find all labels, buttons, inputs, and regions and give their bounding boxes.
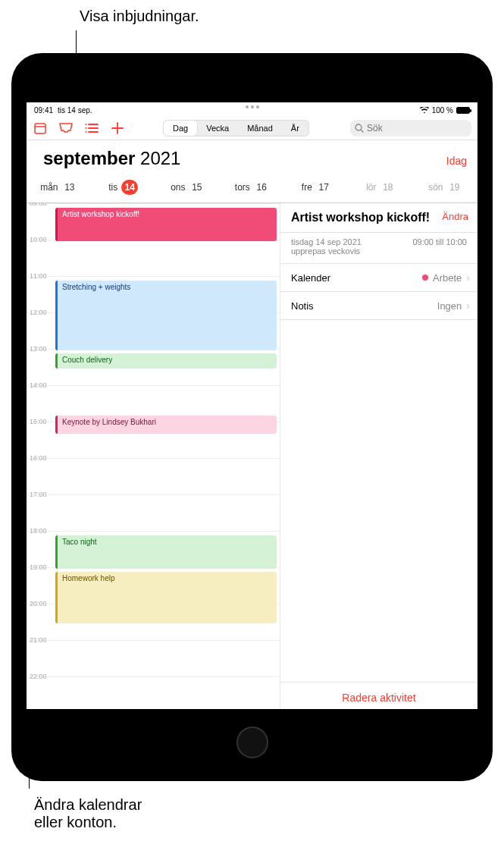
segment-månad[interactable]: Månad <box>238 121 282 136</box>
svg-line-11 <box>361 130 363 132</box>
event-time-range: 09:00 till 10:00 <box>412 237 467 256</box>
callout-change-calendars: Ändra kalendrar eller konton. <box>34 796 142 831</box>
svg-point-7 <box>86 131 87 133</box>
screen: 09:41 tis 14 sep. 100 % <box>27 102 477 709</box>
view-segmented-control[interactable]: DagVeckaMånadÅr <box>163 120 309 137</box>
day-tis-14[interactable]: tis 14 <box>91 180 155 195</box>
calendar-color-dot <box>422 275 428 281</box>
hour-label: 10:00 <box>30 236 47 243</box>
hour-row-1000: 10:00 <box>27 240 280 276</box>
day-number: 16 <box>254 180 269 195</box>
segment-år[interactable]: År <box>282 121 308 136</box>
month-name: september <box>43 148 135 168</box>
day-number: 19 <box>447 180 462 195</box>
ipad-frame: 09:41 tis 14 sep. 100 % <box>11 53 493 781</box>
day-label: fre <box>302 182 315 193</box>
day-number: 18 <box>380 180 396 195</box>
ipad-bezel: 09:41 tis 14 sep. 100 % <box>17 59 487 775</box>
callout-invitations: Visa inbjudningar. <box>80 8 199 25</box>
event-repeat: upprepas veckovis <box>291 246 362 256</box>
hour-grid: 09:0010:0011:0012:0013:0014:0015:0016:00… <box>27 203 280 709</box>
status-date: tis 14 sep. <box>58 106 92 115</box>
hour-row-2200: 22:00 <box>27 676 280 709</box>
segment-vecka[interactable]: Vecka <box>197 121 238 136</box>
day-tors-16[interactable]: tors 16 <box>220 180 284 195</box>
day-label: tors <box>235 182 252 193</box>
calendars-button[interactable] <box>33 121 48 136</box>
alert-label: Notis <box>291 300 314 312</box>
today-button[interactable]: Idag <box>446 155 467 167</box>
segment-dag[interactable]: Dag <box>164 121 197 136</box>
calendar-row[interactable]: Kalender Arbete › <box>280 264 477 292</box>
search-input[interactable] <box>367 123 477 133</box>
list-button[interactable] <box>84 121 99 136</box>
event-block[interactable]: Keynote by Lindsey Bukhari <box>55 416 277 435</box>
alert-row[interactable]: Notis Ingen › <box>280 292 477 320</box>
year: 2021 <box>140 148 180 168</box>
day-timeline[interactable]: 09:0010:0011:0012:0013:0014:0015:0016:00… <box>27 203 280 709</box>
month-title[interactable]: september 2021 <box>43 148 180 169</box>
hour-label: 16:00 <box>30 454 47 462</box>
status-left: 09:41 tis 14 sep. <box>34 106 92 115</box>
app-toolbar: DagVeckaMånadÅr <box>27 116 477 140</box>
calendar-value: Arbete <box>433 272 462 284</box>
wifi-icon <box>420 107 429 114</box>
status-time: 09:41 <box>34 106 53 115</box>
hour-label: 21:00 <box>30 636 47 644</box>
battery-icon <box>456 107 470 114</box>
hour-label: 18:00 <box>30 527 47 535</box>
day-sön-19[interactable]: sön 19 <box>413 180 477 195</box>
day-strip: mån 13tis 14ons 15tors 16fre 17lör 18sön… <box>27 175 477 203</box>
day-label: ons <box>171 182 188 193</box>
battery-percent: 100 % <box>432 106 453 115</box>
hour-label: 12:00 <box>30 309 47 316</box>
hour-label: 17:00 <box>30 491 47 498</box>
hour-row-2100: 21:00 <box>27 640 280 676</box>
event-date: tisdag 14 sep 2021 <box>291 237 362 246</box>
day-label: sön <box>428 182 446 193</box>
callout-line1: Ändra kalendrar <box>34 796 142 813</box>
day-mån-13[interactable]: mån 13 <box>27 180 91 195</box>
event-block[interactable]: Couch delivery <box>55 353 277 369</box>
alert-value: Ingen <box>437 300 462 312</box>
day-lör-18[interactable]: lör 18 <box>349 180 413 195</box>
event-block[interactable]: Stretching + weights <box>55 281 277 350</box>
day-fre-17[interactable]: fre 17 <box>284 180 349 195</box>
chevron-right-icon: › <box>466 300 470 312</box>
search-field[interactable] <box>350 120 471 137</box>
hour-label: 22:00 <box>30 673 47 680</box>
hour-label: 13:00 <box>30 345 47 353</box>
status-bar: 09:41 tis 14 sep. 100 % <box>27 102 477 116</box>
calendar-body: 09:0010:0011:0012:0013:0014:0015:0016:00… <box>27 203 477 709</box>
add-event-button[interactable] <box>110 121 125 136</box>
callout-line2: eller konton. <box>34 814 117 830</box>
hour-row-1600: 16:00 <box>27 458 280 494</box>
calendar-label: Kalender <box>291 272 330 284</box>
home-button[interactable] <box>236 726 268 758</box>
event-block[interactable]: Taco night <box>55 535 277 569</box>
hour-label: 20:00 <box>30 600 47 607</box>
chevron-right-icon: › <box>466 271 470 284</box>
delete-event-button[interactable]: Radera aktivitet <box>280 682 477 709</box>
edit-button[interactable]: Ändra <box>442 211 468 222</box>
day-number: 14 <box>121 180 137 195</box>
hour-row-1700: 17:00 <box>27 494 280 531</box>
inbox-button[interactable] <box>58 121 74 136</box>
day-label: mån <box>40 182 61 193</box>
day-label: tis <box>108 182 120 193</box>
day-number: 15 <box>189 180 205 195</box>
hour-label: 11:00 <box>30 272 47 280</box>
hour-label: 09:00 <box>30 203 47 207</box>
day-number: 13 <box>62 180 77 195</box>
day-ons-15[interactable]: ons 15 <box>155 180 220 195</box>
month-header: september 2021 Idag <box>27 140 477 175</box>
hour-label: 14:00 <box>30 381 47 389</box>
event-detail-panel: Artist workshop kickoff! Ändra tisdag 14… <box>280 203 477 709</box>
detail-header: Artist workshop kickoff! Ändra <box>280 203 477 233</box>
multitask-indicator[interactable] <box>246 105 259 108</box>
event-block[interactable]: Homework help <box>55 572 277 623</box>
event-block[interactable]: Artist workshop kickoff! <box>55 208 277 241</box>
day-number: 17 <box>316 180 331 195</box>
day-label: lör <box>366 182 379 193</box>
svg-rect-0 <box>35 124 45 133</box>
